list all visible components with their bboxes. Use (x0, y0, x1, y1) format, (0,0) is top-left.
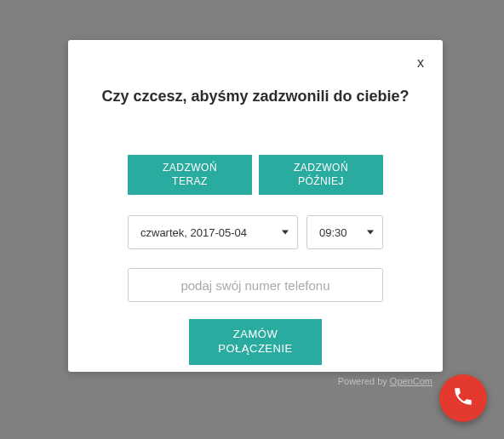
time-select-value: 09:30 (319, 226, 347, 239)
submit-button[interactable]: ZAMÓWPOŁĄCZENIE (189, 319, 321, 365)
phone-icon (452, 385, 474, 411)
select-row: czwartek, 2017-05-04 09:30 (68, 215, 443, 249)
modal-title: Czy czcesz, abyśmy zadzwonili do ciebie? (68, 88, 443, 105)
time-select[interactable]: 09:30 (306, 215, 383, 249)
date-select[interactable]: czwartek, 2017-05-04 (128, 215, 298, 249)
powered-by-brand[interactable]: OpenCom (390, 376, 432, 386)
phone-input[interactable] (128, 268, 383, 302)
date-select-value: czwartek, 2017-05-04 (140, 226, 247, 239)
chevron-down-icon (282, 231, 289, 235)
powered-by: Powered by OpenCom (338, 376, 432, 386)
chevron-down-icon (367, 231, 374, 235)
tab-row: ZADZWOŃTERAZ ZADZWOŃPÓŹNIEJ (68, 155, 443, 195)
close-button[interactable]: x (417, 55, 424, 71)
callback-modal: x Czy czcesz, abyśmy zadzwonili do ciebi… (68, 40, 443, 372)
tab-call-now[interactable]: ZADZWOŃTERAZ (128, 155, 252, 195)
powered-by-prefix: Powered by (338, 376, 390, 386)
tab-call-later[interactable]: ZADZWOŃPÓŹNIEJ (259, 155, 383, 195)
call-fab[interactable] (439, 374, 487, 422)
